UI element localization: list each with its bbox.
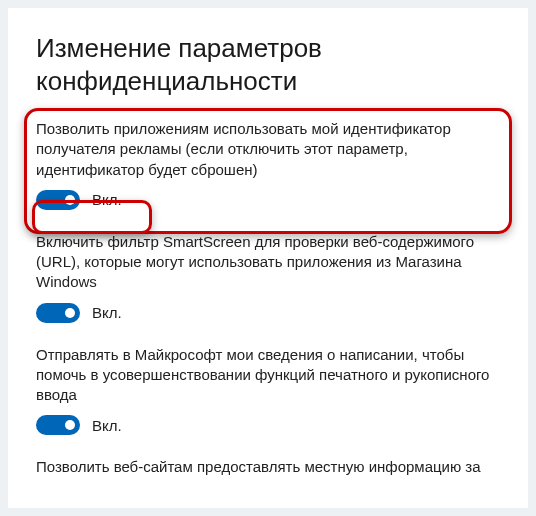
toggle-knob-icon [65, 195, 75, 205]
setting-desc: Включить фильтр SmartScreen для проверки… [36, 232, 500, 293]
toggle-knob-icon [65, 420, 75, 430]
toggle-knob-icon [65, 308, 75, 318]
toggle-row: Вкл. [36, 415, 500, 435]
setting-desc: Позволить приложениям использовать мой и… [36, 119, 500, 180]
page-title: Изменение параметров конфиденциальности [36, 32, 500, 97]
setting-typing-data: Отправлять в Майкрософт мои сведения о н… [36, 345, 500, 436]
toggle-state-label: Вкл. [92, 417, 122, 434]
toggle-row: Вкл. [36, 303, 500, 323]
toggle-switch-smartscreen[interactable] [36, 303, 80, 323]
toggle-switch-typing-data[interactable] [36, 415, 80, 435]
toggle-row: Вкл. [36, 190, 500, 210]
setting-smartscreen: Включить фильтр SmartScreen для проверки… [36, 232, 500, 323]
toggle-switch-advertising-id[interactable] [36, 190, 80, 210]
setting-local-content: Позволить веб-сайтам предоставлять местн… [36, 457, 500, 477]
setting-desc: Позволить веб-сайтам предоставлять местн… [36, 457, 500, 477]
toggle-state-label: Вкл. [92, 304, 122, 321]
toggle-state-label: Вкл. [92, 191, 122, 208]
setting-desc: Отправлять в Майкрософт мои сведения о н… [36, 345, 500, 406]
setting-advertising-id: Позволить приложениям использовать мой и… [36, 119, 500, 210]
settings-panel: Изменение параметров конфиденциальности … [8, 8, 528, 508]
